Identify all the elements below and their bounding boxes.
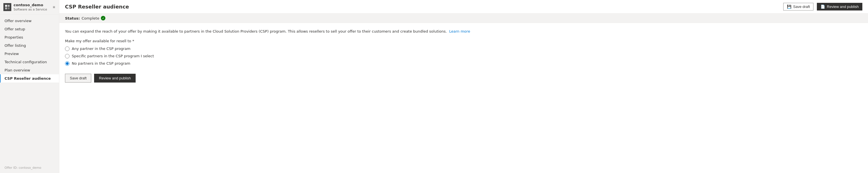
content-body: You can expand the reach of your offer b… [59,23,868,88]
sidebar-item-csp-reseller-audience[interactable]: CSP Reseller audience [0,74,59,82]
status-complete-icon: ✓ [101,16,105,20]
svg-rect-0 [5,5,7,7]
radio-option-specific-partners[interactable]: Specific partners in the CSP program I s… [65,54,862,58]
radio-option-any-partner[interactable]: Any partner in the CSP program [65,47,862,51]
topbar-review-publish-label: Review and publish [827,4,859,9]
radio-any-partner[interactable] [65,47,69,51]
radio-specific-partners-label: Specific partners in the CSP program I s… [72,54,154,58]
sidebar-item-technical-configuration[interactable]: Technical configuration [0,58,59,66]
radio-specific-partners[interactable] [65,54,69,58]
topbar-actions: 💾 Save draft 📄 Review and publish [783,3,862,10]
page-title: CSP Reseller audience [65,4,129,10]
status-bar: Status: Complete ✓ [59,14,868,23]
sidebar-item-offer-setup[interactable]: Offer setup [0,25,59,33]
save-icon: 💾 [787,4,792,9]
action-buttons: Save draft Review and publish [65,74,862,82]
main-content: CSP Reseller audience 💾 Save draft 📄 Rev… [59,0,868,173]
publish-icon: 📄 [820,4,825,9]
radio-no-partners-label: No partners in the CSP program [72,61,130,66]
sidebar-app-title: contoso_demo [13,3,47,8]
review-publish-button[interactable]: Review and publish [94,74,135,82]
app-logo [3,3,11,11]
save-draft-button[interactable]: Save draft [65,74,91,82]
topbar: CSP Reseller audience 💾 Save draft 📄 Rev… [59,0,868,14]
sidebar-item-offer-overview[interactable]: Offer overview [0,17,59,25]
sidebar-app-subtitle: Software as a Service [13,8,47,11]
status-value: Complete [82,16,99,20]
sidebar-header: contoso_demo Software as a Service ≡ [0,0,59,15]
description-paragraph: You can expand the reach of your offer b… [65,29,862,34]
svg-rect-1 [8,5,10,7]
svg-rect-2 [5,7,7,9]
topbar-review-publish-button[interactable]: 📄 Review and publish [817,3,862,10]
content-area: Status: Complete ✓ You can expand the re… [59,14,868,173]
svg-rect-3 [8,7,10,9]
sidebar-title-group: contoso_demo Software as a Service [13,3,47,11]
status-prefix: Status: [65,16,80,20]
learn-more-link[interactable]: Learn more [449,29,470,33]
sidebar-item-preview[interactable]: Preview [0,50,59,58]
section-label: Make my offer available for resell to * [65,39,862,43]
radio-option-no-partners[interactable]: No partners in the CSP program [65,61,862,66]
sidebar-nav: Offer overview Offer setup Properties Of… [0,15,59,164]
sidebar-item-plan-overview[interactable]: Plan overview [0,66,59,74]
topbar-save-draft-label: Save draft [793,4,810,9]
sidebar-item-offer-listing[interactable]: Offer listing [0,42,59,50]
radio-any-partner-label: Any partner in the CSP program [72,47,130,51]
radio-no-partners[interactable] [65,61,69,66]
sidebar-expand-button[interactable]: ≡ [52,4,56,10]
sidebar: contoso_demo Software as a Service ≡ Off… [0,0,59,173]
sidebar-offer-id: Offer ID: contoso_demo [0,164,59,173]
description-text: You can expand the reach of your offer b… [65,29,447,33]
topbar-save-draft-button[interactable]: 💾 Save draft [783,3,813,10]
sidebar-item-properties[interactable]: Properties [0,33,59,42]
radio-group: Any partner in the CSP program Specific … [65,47,862,66]
